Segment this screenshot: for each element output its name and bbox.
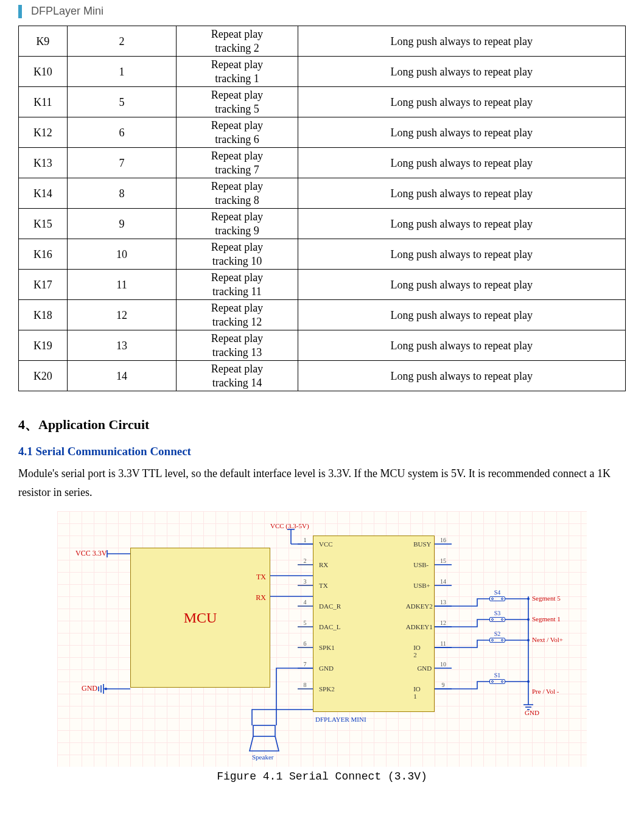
table-cell: Long push always to repeat play bbox=[298, 57, 625, 87]
table-row: K159Repeat playtracking 9Long push alway… bbox=[19, 209, 626, 239]
header-accent bbox=[18, 5, 22, 18]
table-row: K1711Repeat playtracking 11Long push alw… bbox=[19, 270, 626, 300]
svg-text:9: 9 bbox=[442, 682, 445, 688]
table-cell: K15 bbox=[19, 209, 68, 239]
table-cell: Repeat playtracking 12 bbox=[177, 300, 298, 330]
table-cell: 2 bbox=[67, 26, 176, 57]
table-cell: Long push always to repeat play bbox=[298, 361, 625, 391]
table-row: K92Repeat playtracking 2Long push always… bbox=[19, 26, 626, 57]
table-cell: Repeat playtracking 2 bbox=[177, 26, 298, 57]
svg-text:13: 13 bbox=[440, 599, 446, 605]
section-heading: 4、Application Circuit bbox=[18, 416, 626, 434]
svg-text:14: 14 bbox=[440, 578, 446, 585]
table-cell: Repeat playtracking 8 bbox=[177, 178, 298, 209]
table-cell: Long push always to repeat play bbox=[298, 270, 625, 300]
figure-caption: Figure 4.1 Serial Connect (3.3V) bbox=[18, 770, 626, 783]
svg-point-62 bbox=[527, 598, 530, 600]
svg-text:6: 6 bbox=[304, 640, 307, 647]
table-row: K115Repeat playtracking 5Long push alway… bbox=[19, 87, 626, 117]
table-row: K126Repeat playtracking 6Long push alway… bbox=[19, 117, 626, 148]
table-cell: Repeat playtracking 7 bbox=[177, 148, 298, 178]
table-cell: K17 bbox=[19, 270, 68, 300]
serial-connect-diagram: MCU TX RX DFPLAYER MINI VCC (3.3-5V) VCC… bbox=[57, 511, 587, 767]
svg-rect-52 bbox=[253, 725, 275, 736]
table-cell: 1 bbox=[67, 57, 176, 87]
table-cell: 7 bbox=[67, 148, 176, 178]
svg-text:1: 1 bbox=[304, 537, 307, 543]
key-mapping-table: K92Repeat playtracking 2Long push always… bbox=[18, 26, 626, 391]
table-cell: K20 bbox=[19, 361, 68, 391]
table-cell: Long push always to repeat play bbox=[298, 148, 625, 178]
svg-point-6 bbox=[105, 688, 107, 690]
table-cell: Repeat playtracking 6 bbox=[177, 117, 298, 148]
table-row: K2014Repeat playtracking 14Long push alw… bbox=[19, 361, 626, 391]
svg-text:11: 11 bbox=[440, 640, 446, 647]
table-row: K101Repeat playtracking 1Long push alway… bbox=[19, 57, 626, 87]
table-cell: 14 bbox=[67, 361, 176, 391]
table-cell: 10 bbox=[67, 239, 176, 270]
table-cell: Long push always to repeat play bbox=[298, 87, 625, 117]
table-cell: Long push always to repeat play bbox=[298, 330, 625, 361]
table-cell: Repeat playtracking 11 bbox=[177, 270, 298, 300]
table-cell: Long push always to repeat play bbox=[298, 209, 625, 239]
wiring-svg: 12345678 161514131211109 bbox=[57, 511, 587, 767]
table-row: K1610Repeat playtracking 10Long push alw… bbox=[19, 239, 626, 270]
table-cell: Repeat playtracking 13 bbox=[177, 330, 298, 361]
svg-text:2: 2 bbox=[304, 557, 307, 564]
paragraph-serial-note: Module's serial port is 3.3V TTL level, … bbox=[18, 464, 626, 501]
table-cell: K12 bbox=[19, 117, 68, 148]
svg-text:7: 7 bbox=[304, 661, 307, 668]
svg-point-63 bbox=[527, 618, 530, 621]
header-title: DFPLayer Mini bbox=[31, 5, 103, 17]
table-cell: 9 bbox=[67, 209, 176, 239]
svg-text:8: 8 bbox=[304, 682, 307, 688]
table-cell: K16 bbox=[19, 239, 68, 270]
table-cell: 6 bbox=[67, 117, 176, 148]
table-cell: K10 bbox=[19, 57, 68, 87]
svg-text:15: 15 bbox=[440, 557, 446, 564]
table-cell: Repeat playtracking 5 bbox=[177, 87, 298, 117]
svg-text:12: 12 bbox=[440, 619, 446, 626]
table-row: K148Repeat playtracking 8Long push alway… bbox=[19, 178, 626, 209]
table-cell: Repeat playtracking 1 bbox=[177, 57, 298, 87]
table-cell: Long push always to repeat play bbox=[298, 26, 625, 57]
table-row: K1812Repeat playtracking 12Long push alw… bbox=[19, 300, 626, 330]
table-cell: Long push always to repeat play bbox=[298, 239, 625, 270]
page-header: DFPLayer Mini bbox=[18, 5, 626, 18]
table-cell: 12 bbox=[67, 300, 176, 330]
table-cell: K18 bbox=[19, 300, 68, 330]
table-cell: K9 bbox=[19, 26, 68, 57]
table-cell: Long push always to repeat play bbox=[298, 300, 625, 330]
table-cell: Repeat playtracking 9 bbox=[177, 209, 298, 239]
table-cell: K14 bbox=[19, 178, 68, 209]
svg-point-64 bbox=[527, 639, 530, 641]
svg-text:3: 3 bbox=[304, 578, 307, 585]
table-cell: Repeat playtracking 10 bbox=[177, 239, 298, 270]
table-cell: 5 bbox=[67, 87, 176, 117]
table-cell: Long push always to repeat play bbox=[298, 117, 625, 148]
svg-text:5: 5 bbox=[304, 619, 307, 626]
table-cell: K19 bbox=[19, 330, 68, 361]
table-cell: Repeat playtracking 14 bbox=[177, 361, 298, 391]
table-row: K1913Repeat playtracking 13Long push alw… bbox=[19, 330, 626, 361]
table-cell: K11 bbox=[19, 87, 68, 117]
svg-text:16: 16 bbox=[440, 537, 446, 543]
svg-text:4: 4 bbox=[304, 599, 307, 605]
subsection-heading: 4.1 Serial Communication Connect bbox=[18, 445, 626, 458]
svg-text:10: 10 bbox=[440, 661, 446, 668]
table-row: K137Repeat playtracking 7Long push alway… bbox=[19, 148, 626, 178]
table-cell: 8 bbox=[67, 178, 176, 209]
table-cell: 13 bbox=[67, 330, 176, 361]
table-cell: K13 bbox=[19, 148, 68, 178]
svg-point-65 bbox=[527, 680, 530, 683]
table-cell: 11 bbox=[67, 270, 176, 300]
table-cell: Long push always to repeat play bbox=[298, 178, 625, 209]
